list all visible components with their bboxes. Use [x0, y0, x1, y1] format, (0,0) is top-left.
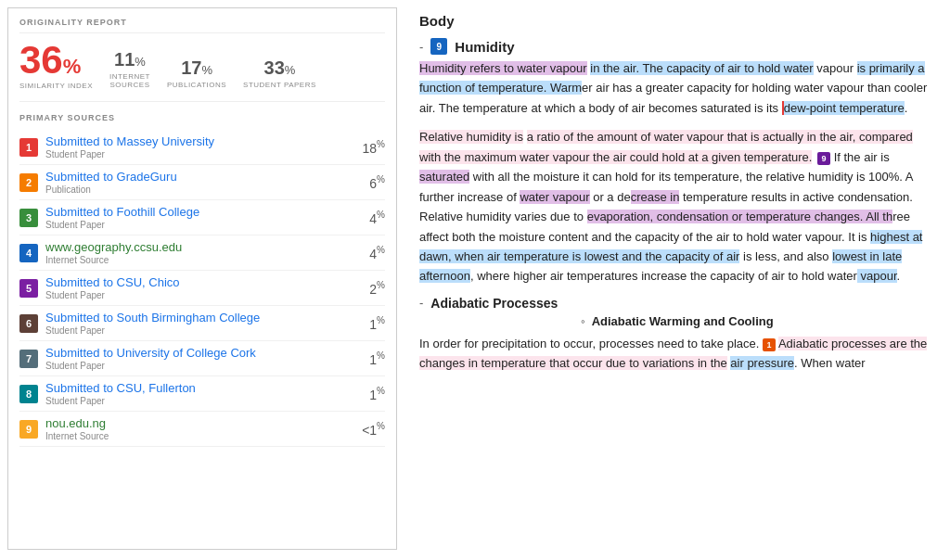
- hl-crease-in: crease in: [631, 190, 680, 204]
- internet-label: INTERNETSOURCES: [109, 72, 150, 90]
- stats-row: 36% SIMILARITY INDEX 11% INTERNETSOURCES…: [19, 41, 385, 102]
- sp-label: STUDENT PAPERS: [243, 81, 316, 90]
- source-badge-6: 6: [19, 314, 38, 333]
- source-badge-8: 8: [19, 385, 38, 403]
- source-type-9: Internet Source: [45, 431, 350, 441]
- source-title-7[interactable]: Submitted to University of College Cork: [45, 346, 350, 360]
- source-pct-2: 6%: [350, 174, 385, 191]
- source-item-7[interactable]: 7 Submitted to University of College Cor…: [19, 341, 385, 376]
- humidity-para-1: Humidity refers to water vapour in the a…: [419, 58, 935, 118]
- source-title-9[interactable]: nou.edu.ng: [45, 416, 350, 430]
- humidity-badge: 9: [430, 38, 447, 55]
- dash-icon-2: -: [419, 296, 423, 310]
- source-info-4: www.geography.ccsu.edu Internet Source: [45, 240, 350, 265]
- source-info-9: nou.edu.ng Internet Source: [45, 416, 350, 441]
- source-type-2: Publication: [45, 185, 350, 195]
- hl-relative-humidity-is: Relative humidity is: [419, 130, 523, 144]
- body-label: Body: [419, 13, 935, 29]
- source-item-3[interactable]: 3 Submitted to Foothill College Student …: [19, 200, 385, 235]
- source-title-1[interactable]: Submitted to Massey University: [45, 134, 350, 148]
- hl-humidity-refers: Humidity refers to water vapour: [419, 61, 587, 75]
- source-item-6[interactable]: 6 Submitted to South Birmingham College …: [19, 306, 385, 341]
- source-title-4[interactable]: www.geography.ccsu.edu: [45, 240, 350, 254]
- source-info-1: Submitted to Massey University Student P…: [45, 134, 350, 159]
- pub-number: 17: [181, 57, 201, 78]
- badge-9-inline: 9: [817, 152, 830, 165]
- hl-adiabatic-processes: Adiabatic processes are the changes in t…: [419, 337, 927, 370]
- source-badge-1: 1: [19, 138, 38, 157]
- source-title-6[interactable]: Submitted to South Birmingham College: [45, 311, 350, 325]
- source-info-3: Submitted to Foothill College Student Pa…: [45, 205, 350, 230]
- source-badge-3: 3: [19, 209, 38, 227]
- source-type-6: Student Paper: [45, 325, 350, 336]
- publications-stat: 17% PUBLICATIONS: [167, 57, 226, 90]
- sp-number: 33: [264, 57, 285, 78]
- humidity-title: Humidity: [455, 39, 514, 55]
- internet-number: 11: [114, 49, 135, 70]
- source-type-3: Student Paper: [45, 220, 350, 230]
- source-pct-3: 4%: [350, 210, 385, 226]
- adiabatic-warming-title: ◦ Adiabatic Warming and Cooling: [419, 314, 935, 328]
- source-type-1: Student Paper: [45, 149, 350, 159]
- source-type-7: Student Paper: [45, 361, 350, 371]
- internet-sources-stat: 11% INTERNETSOURCES: [109, 49, 150, 90]
- source-badge-7: 7: [19, 350, 38, 368]
- source-pct-5: 2%: [350, 280, 385, 297]
- main-stat: 36% SIMILARITY INDEX: [19, 41, 93, 90]
- source-pct-6: 1%: [350, 315, 385, 332]
- source-item-4[interactable]: 4 www.geography.ccsu.edu Internet Source…: [19, 235, 385, 271]
- student-papers-stat: 33% STUDENT PAPERS: [243, 57, 316, 90]
- humidity-para-2: Relative humidity is a ratio of the amou…: [419, 127, 935, 286]
- left-panel: ORIGINALITY REPORT 36% SIMILARITY INDEX …: [7, 7, 397, 550]
- hl-evaporation: evaporation, condensation or temperature…: [587, 210, 893, 223]
- primary-sources-header: PRIMARY SOURCES: [19, 113, 385, 122]
- dash-icon: -: [419, 40, 423, 54]
- source-pct-1: 18%: [350, 139, 385, 156]
- source-pct-4: 4%: [350, 245, 385, 261]
- source-item-1[interactable]: 1 Submitted to Massey University Student…: [19, 130, 385, 165]
- hl-vapour2: vapour: [857, 269, 897, 283]
- originality-header: ORIGINALITY REPORT: [19, 18, 385, 33]
- source-pct-7: 1%: [350, 350, 385, 367]
- source-type-8: Student Paper: [45, 396, 350, 406]
- source-type-4: Internet Source: [45, 255, 350, 265]
- right-panel: Body - 9 Humidity Humidity refers to wat…: [404, 0, 950, 560]
- source-title-8[interactable]: Submitted to CSU, Fullerton: [45, 381, 350, 395]
- source-item-2[interactable]: 2 Submitted to GradeGuru Publication 6%: [19, 165, 385, 200]
- source-item-5[interactable]: 5 Submitted to CSU, Chico Student Paper …: [19, 271, 385, 306]
- source-badge-4: 4: [19, 244, 38, 262]
- badge-1-inline: 1: [763, 338, 776, 351]
- source-type-5: Student Paper: [45, 290, 350, 300]
- hl-air-pressure: air pressure: [730, 356, 794, 370]
- source-info-8: Submitted to CSU, Fullerton Student Pape…: [45, 381, 350, 406]
- source-title-5[interactable]: Submitted to CSU, Chico: [45, 275, 350, 289]
- hl-in-the-air: in the air. The capacity of air to hold …: [590, 61, 813, 75]
- source-info-7: Submitted to University of College Cork …: [45, 346, 350, 371]
- hl-saturated: saturated: [419, 170, 469, 184]
- source-title-2[interactable]: Submitted to GradeGuru: [45, 170, 350, 184]
- source-info-2: Submitted to GradeGuru Publication: [45, 170, 350, 195]
- source-badge-2: 2: [19, 173, 38, 192]
- source-pct-8: 1%: [350, 386, 385, 402]
- pub-label: PUBLICATIONS: [167, 81, 226, 90]
- source-pct-9: <1%: [350, 421, 385, 438]
- adiabatic-section-header: - Adiabatic Processes: [419, 296, 935, 311]
- humidity-section-header: - 9 Humidity: [419, 38, 935, 55]
- main-stat-pct: %: [63, 55, 82, 78]
- hl-water-vapour: water vapour: [520, 190, 589, 204]
- source-item-9[interactable]: 9 nou.edu.ng Internet Source <1%: [19, 412, 385, 447]
- adiabatic-title: Adiabatic Processes: [430, 296, 558, 311]
- source-badge-9: 9: [19, 420, 38, 439]
- source-item-8[interactable]: 8 Submitted to CSU, Fullerton Student Pa…: [19, 376, 385, 412]
- source-badge-5: 5: [19, 279, 38, 298]
- hl-dew-point: dew-point temperature: [782, 101, 905, 115]
- main-stat-number: 36: [19, 38, 63, 82]
- source-info-6: Submitted to South Birmingham College St…: [45, 311, 350, 336]
- source-title-3[interactable]: Submitted to Foothill College: [45, 205, 350, 219]
- adiabatic-para: In order for precipitation to occur, pro…: [419, 334, 935, 374]
- source-info-5: Submitted to CSU, Chico Student Paper: [45, 275, 350, 300]
- main-stat-label: SIMILARITY INDEX: [19, 82, 93, 90]
